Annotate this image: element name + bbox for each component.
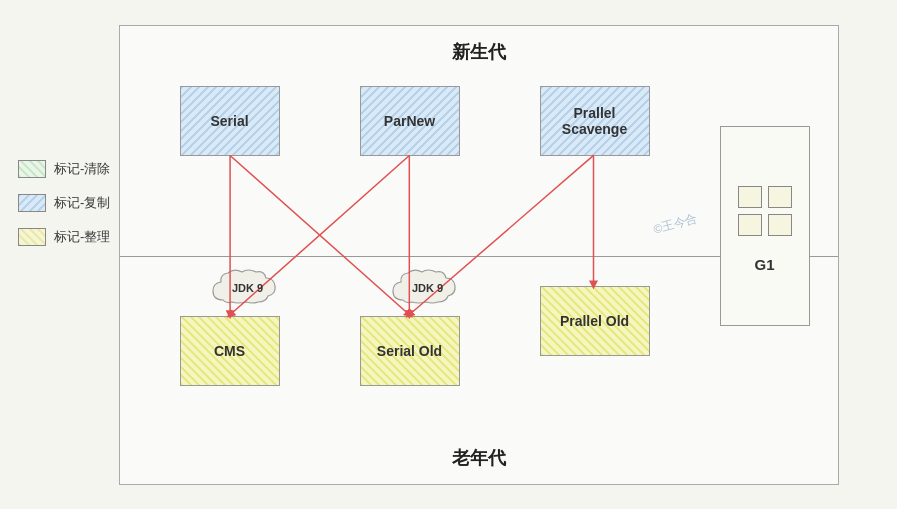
legend: 标记-清除 标记-复制 标记-整理	[18, 160, 110, 246]
box-serial-old: Serial Old	[360, 316, 460, 386]
legend-item-arrange: 标记-整理	[18, 228, 110, 246]
g1-cell-2	[768, 186, 792, 208]
page-wrapper: 标记-清除 标记-复制 标记-整理 新生代 老年代 ©王今合 Serial Pa…	[0, 0, 897, 509]
legend-icon-clear	[18, 160, 46, 178]
legend-item-copy: 标记-复制	[18, 194, 110, 212]
g1-cell-4	[768, 214, 792, 236]
box-prallel-old: Prallel Old	[540, 286, 650, 356]
g1-grid	[730, 178, 800, 244]
legend-icon-copy	[18, 194, 46, 212]
cloud-jdk9-right: JDK 9	[388, 266, 468, 310]
box-parnew: ParNew	[360, 86, 460, 156]
legend-item-clear: 标记-清除	[18, 160, 110, 178]
g1-cell-1	[738, 186, 762, 208]
watermark: ©王今合	[651, 210, 699, 238]
label-young-gen: 新生代	[452, 40, 506, 64]
diagram-container: 新生代 老年代 ©王今合 Serial ParNew Prallel Scave…	[119, 25, 839, 485]
box-prallel-scavenge: Prallel Scavenge	[540, 86, 650, 156]
label-old-gen: 老年代	[452, 446, 506, 470]
legend-label-clear: 标记-清除	[54, 160, 110, 178]
cloud-jdk9-right-label: JDK 9	[412, 282, 443, 294]
g1-label: G1	[754, 256, 774, 273]
box-g1: G1	[720, 126, 810, 326]
box-serial: Serial	[180, 86, 280, 156]
legend-label-arrange: 标记-整理	[54, 228, 110, 246]
cloud-jdk9-left-label: JDK 9	[232, 282, 263, 294]
box-cms: CMS	[180, 316, 280, 386]
g1-cell-3	[738, 214, 762, 236]
legend-icon-arrange	[18, 228, 46, 246]
legend-label-copy: 标记-复制	[54, 194, 110, 212]
cloud-jdk9-left: JDK 9	[208, 266, 288, 310]
